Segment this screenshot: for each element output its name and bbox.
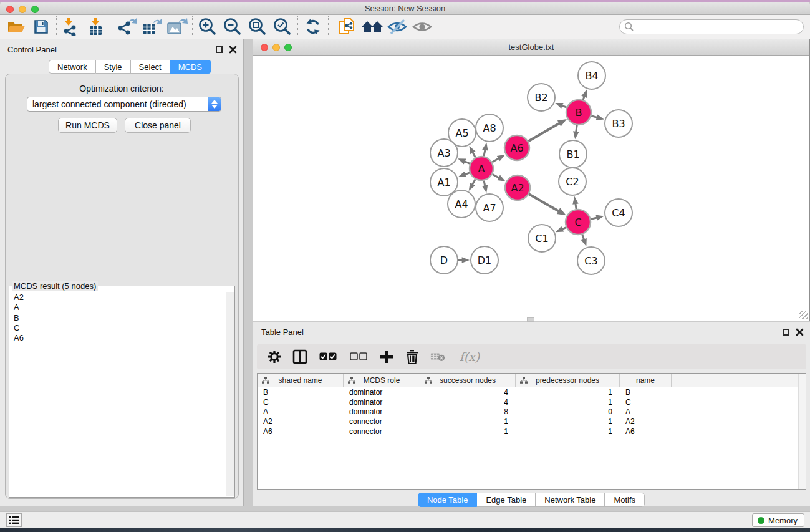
delete-column-button[interactable] xyxy=(405,349,420,365)
refresh-button[interactable] xyxy=(301,16,325,38)
run-mcds-button[interactable]: Run MCDS xyxy=(58,118,117,133)
graph-edge-A-A7[interactable] xyxy=(484,181,485,186)
column-header-name[interactable]: name xyxy=(620,374,672,387)
tab-node-table[interactable]: Node Table xyxy=(418,493,478,507)
table-cell[interactable]: 1 xyxy=(420,427,516,436)
table-cell[interactable]: 1 xyxy=(420,417,516,426)
tab-network-table[interactable]: Network Table xyxy=(536,493,605,507)
graph-edge-A2-C[interactable] xyxy=(529,194,559,211)
add-column-button[interactable] xyxy=(379,349,394,365)
split-sash-handle[interactable] xyxy=(527,317,534,322)
export-image-button[interactable] xyxy=(165,16,190,38)
table-row[interactable]: A6connector11A6 xyxy=(258,427,806,437)
result-scrollbar[interactable] xyxy=(226,292,234,496)
criterion-dropdown[interactable]: largest connected component (directed) xyxy=(27,97,221,112)
graph-edge-B-B2[interactable] xyxy=(562,105,567,107)
split-columns-button[interactable] xyxy=(292,349,307,365)
mcds-result-item[interactable]: C xyxy=(12,323,224,333)
table-cell[interactable]: B xyxy=(620,388,672,397)
graph-edge-A-A8[interactable] xyxy=(484,150,485,157)
table-cell[interactable]: 1 xyxy=(516,417,620,426)
graph-edge-A6-B[interactable] xyxy=(528,123,559,142)
table-cell[interactable]: 1 xyxy=(516,427,620,436)
resize-grip[interactable] xyxy=(799,311,808,319)
float-panel-icon[interactable] xyxy=(216,46,223,53)
hide-graphics-details-button[interactable] xyxy=(385,16,410,38)
graph-edge-A-A4[interactable] xyxy=(472,179,475,185)
table-cell[interactable]: A2 xyxy=(620,417,672,426)
deselect-all-button[interactable] xyxy=(349,349,369,365)
mcds-result-item[interactable]: A6 xyxy=(12,333,224,343)
table-cell[interactable]: 4 xyxy=(420,388,516,397)
table-cell[interactable]: 4 xyxy=(420,398,516,407)
graph-edge-A-A2[interactable] xyxy=(493,174,499,178)
zoom-selected-button[interactable] xyxy=(270,16,295,38)
tab-select[interactable]: Select xyxy=(131,60,170,74)
close-table-panel-icon[interactable] xyxy=(796,328,804,336)
graph-edge-C-C1[interactable] xyxy=(562,228,566,230)
graph-edge-C-C3[interactable] xyxy=(582,235,584,240)
duplicate-network-button[interactable] xyxy=(335,16,360,38)
tab-motifs[interactable]: Motifs xyxy=(605,493,645,507)
import-table-button[interactable] xyxy=(84,16,109,38)
export-network-button[interactable] xyxy=(115,16,140,38)
table-cell[interactable]: C xyxy=(620,398,672,407)
table-cell[interactable]: A xyxy=(620,407,672,416)
task-history-button[interactable] xyxy=(6,513,22,527)
tab-mcds[interactable]: MCDS xyxy=(170,60,211,74)
table-row[interactable]: Bdominator41B xyxy=(258,387,806,397)
graph-edge-A-A1[interactable] xyxy=(465,173,470,175)
column-header-predecessor-nodes[interactable]: predecessor nodes xyxy=(516,374,620,387)
column-header-MCDS-role[interactable]: MCDS role xyxy=(344,374,420,387)
graph-edge-B-B1[interactable] xyxy=(576,125,577,132)
table-cell[interactable]: connector xyxy=(344,427,420,436)
close-panel-icon[interactable] xyxy=(229,46,237,54)
graph-edge-A-A3[interactable] xyxy=(465,162,470,164)
tab-style[interactable]: Style xyxy=(96,60,131,74)
show-graphics-details-button[interactable] xyxy=(410,16,435,38)
table-cell[interactable]: A xyxy=(258,407,344,416)
graph-edge-C-C4[interactable] xyxy=(591,218,597,219)
mcds-result-item[interactable]: B xyxy=(12,313,224,323)
close-panel-button[interactable]: Close panel xyxy=(125,118,191,133)
table-cell[interactable]: 1 xyxy=(516,388,620,397)
table-row[interactable]: Cdominator41C xyxy=(258,397,806,407)
network-view[interactable]: B4B2BB3B1C2A5A8A3A6AA1A4A7A2CC4C1C3DD1 xyxy=(253,56,809,321)
table-cell[interactable]: 0 xyxy=(516,407,620,416)
mcds-result-item[interactable]: A xyxy=(12,302,224,312)
column-header-shared-name[interactable]: shared name xyxy=(258,374,344,387)
import-network-button[interactable] xyxy=(59,16,84,38)
export-table-button[interactable] xyxy=(140,16,165,38)
table-row[interactable]: Adominator80A xyxy=(258,407,806,417)
home-button[interactable] xyxy=(360,16,385,38)
zoom-in-button[interactable] xyxy=(195,16,220,38)
save-session-button[interactable] xyxy=(29,16,54,38)
table-cell[interactable]: connector xyxy=(344,417,420,426)
table-cell[interactable]: A6 xyxy=(258,427,344,436)
table-cell[interactable]: 1 xyxy=(516,398,620,407)
table-cell[interactable]: A2 xyxy=(258,417,344,426)
tab-network[interactable]: Network xyxy=(49,60,96,74)
column-header-successor-nodes[interactable]: successor nodes xyxy=(420,374,516,387)
mcds-result-item[interactable]: A2 xyxy=(12,293,224,302)
delete-table-button[interactable] xyxy=(430,349,445,365)
search-input[interactable] xyxy=(619,19,804,34)
table-settings-button[interactable] xyxy=(267,349,282,365)
tab-edge-table[interactable]: Edge Table xyxy=(477,493,536,507)
float-table-panel-icon[interactable] xyxy=(783,329,789,336)
table-cell[interactable]: C xyxy=(258,398,344,407)
function-builder-button[interactable]: f(x) xyxy=(456,349,483,365)
table-cell[interactable]: A6 xyxy=(620,427,672,436)
graph-edge-A-A5[interactable] xyxy=(473,152,476,157)
table-cell[interactable]: dominator xyxy=(344,407,420,416)
table-cell[interactable]: dominator xyxy=(344,398,420,407)
memory-button[interactable]: Memory xyxy=(752,513,804,527)
table-cell[interactable]: dominator xyxy=(344,388,420,397)
zoom-fit-button[interactable] xyxy=(245,16,270,38)
table-cell[interactable]: B xyxy=(258,388,344,397)
graph-edge-C-C2[interactable] xyxy=(576,203,576,209)
open-session-button[interactable] xyxy=(4,16,29,38)
graph-edge-A-A6[interactable] xyxy=(492,158,499,162)
table-scrollbar[interactable] xyxy=(798,374,806,489)
zoom-out-button[interactable] xyxy=(220,16,245,38)
